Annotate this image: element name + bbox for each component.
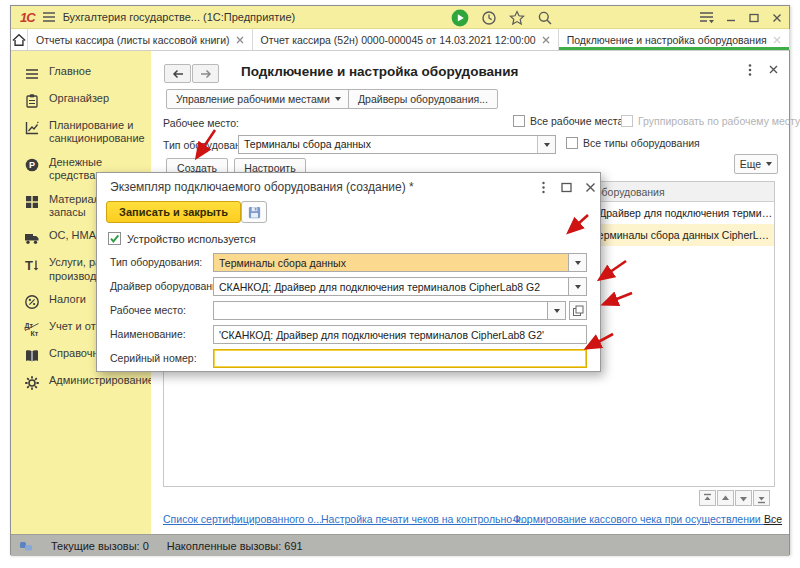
manage-workplaces-button[interactable]: Управление рабочими местами <box>166 89 351 109</box>
equipment-type-combobox[interactable]: Терминалы сбора данных <box>238 135 556 154</box>
checkbox-label: Группировать по рабочему месту <box>638 115 800 127</box>
move-bottom-button[interactable] <box>753 490 770 506</box>
tabs-bar: Отчеты кассира (листы кассовой книги) От… <box>11 29 789 51</box>
move-down-icon <box>738 493 749 504</box>
forward-button[interactable] <box>192 64 219 83</box>
button-label: Драйверы оборудования... <box>358 93 488 105</box>
dialog-close-button[interactable] <box>584 181 597 194</box>
chevron-down-icon[interactable] <box>548 301 566 320</box>
more-button[interactable]: Еще <box>734 154 778 174</box>
search-icon <box>537 10 553 26</box>
move-bottom-icon <box>756 493 767 504</box>
equipment-type-input[interactable] <box>213 253 569 272</box>
app-title: Бухгалтерия государстве... (1С:Предприят… <box>63 11 296 23</box>
all-link[interactable]: Все <box>764 513 782 525</box>
button-label: Еще <box>740 158 761 170</box>
move-top-button[interactable] <box>699 490 716 506</box>
kebab-icon <box>537 181 550 194</box>
search-button[interactable] <box>537 10 553 26</box>
device-used-checkbox[interactable]: Устройство используется <box>108 232 256 245</box>
equipment-drivers-button[interactable]: Драйверы оборудования... <box>348 89 498 109</box>
form-more-button[interactable] <box>743 63 757 77</box>
service-menu-icon <box>699 11 714 24</box>
1c-logo: 1С <box>20 10 35 25</box>
field-label: Рабочее место: <box>110 304 186 316</box>
tab-close-icon[interactable] <box>773 36 781 44</box>
check-icon <box>109 233 120 244</box>
svg-text:P: P <box>29 160 35 170</box>
field-row-type: Тип оборудования: <box>97 253 600 272</box>
star-icon <box>509 10 525 26</box>
main-menu-button[interactable] <box>42 11 56 23</box>
close-button[interactable] <box>771 12 783 24</box>
field-row-name: Наименование: <box>97 325 600 344</box>
receipt-print-setup-link[interactable]: Настройка печати чеков на контрольно-к..… <box>321 513 529 525</box>
all-equipment-types-checkbox[interactable]: Все типы оборудования <box>566 137 700 149</box>
sidebar-item-main[interactable]: Главное <box>11 61 151 86</box>
serial-number-input[interactable] <box>213 349 587 368</box>
checkbox-label: Все типы оборудования <box>583 137 700 149</box>
tab-close-icon[interactable] <box>236 36 244 44</box>
chevron-down-icon[interactable] <box>569 253 587 272</box>
book-icon <box>24 348 40 364</box>
sidebar-item-planning[interactable]: Планирование и санкционирование <box>11 115 151 150</box>
move-up-button[interactable] <box>717 490 734 506</box>
tab-close-icon[interactable] <box>542 36 550 44</box>
workplace-input[interactable] <box>213 301 548 320</box>
group-by-workplace-checkbox: Группировать по рабочему месту <box>621 115 800 127</box>
chevron-down-icon[interactable] <box>537 136 555 153</box>
all-workplaces-checkbox[interactable]: Все рабочие места <box>513 115 623 127</box>
dialog-title: Экземпляр подключаемого оборудования (со… <box>110 180 414 194</box>
field-row-serial: Серийный номер: <box>97 349 600 368</box>
discussions-button[interactable] <box>451 9 469 27</box>
home-icon <box>11 33 27 47</box>
checkbox-box[interactable] <box>513 115 525 127</box>
field-label: Серийный номер: <box>110 352 197 364</box>
field-row-workplace: Рабочее место: <box>97 301 600 320</box>
maximize-button[interactable] <box>748 12 760 24</box>
checkbox-box[interactable] <box>108 232 121 245</box>
name-input[interactable] <box>213 325 587 344</box>
sidebar-item-label: Главное <box>49 65 146 78</box>
discussions-icon <box>451 9 469 27</box>
checkbox-box[interactable] <box>566 137 578 149</box>
close-icon <box>584 181 597 194</box>
dialog-maximize-button[interactable] <box>560 181 573 194</box>
checkbox-label: Все рабочие места <box>530 115 623 127</box>
driver-input[interactable] <box>213 277 569 296</box>
back-button[interactable] <box>164 64 191 83</box>
cash-receipt-link[interactable]: Формирование кассового чека при осуществ… <box>513 513 772 525</box>
cell-text: Терминалы сбора данных CipherLab8 G2 <box>592 229 774 241</box>
move-down-button[interactable] <box>735 490 752 506</box>
tab-cashier-report-52n[interactable]: Отчет кассира (52н) 0000-000045 от 14.03… <box>253 29 559 50</box>
window-controls <box>699 6 783 29</box>
tab-cashier-reports[interactable]: Отчеты кассира (листы кассовой книги) <box>28 29 253 50</box>
service-menu-button[interactable] <box>699 11 714 24</box>
sidebar-item-administration[interactable]: Администрирование <box>11 370 151 395</box>
sidebar-item-label: Планирование и санкционирование <box>49 119 146 146</box>
save-button[interactable] <box>241 201 267 223</box>
current-calls: Текущие вызовы: 0 <box>51 540 149 552</box>
taxes-icon <box>24 294 40 310</box>
checkbox-label: Устройство используется <box>127 233 256 245</box>
form-close-button[interactable] <box>767 63 780 76</box>
svg-text:Кт: Кт <box>31 330 39 337</box>
save-and-close-button[interactable]: Записать и закрыть <box>106 201 241 223</box>
sidebar-item-label: Администрирование <box>49 374 146 387</box>
tab-equipment-setup[interactable]: Подключение и настройка оборудования <box>559 29 790 50</box>
row-move-buttons <box>699 490 770 506</box>
open-list-icon[interactable] <box>569 301 587 320</box>
history-button[interactable] <box>481 10 497 26</box>
inventory-icon <box>24 194 40 210</box>
chevron-down-icon[interactable] <box>569 277 587 296</box>
organizer-icon <box>24 93 40 109</box>
certified-equipment-link[interactable]: Список сертифицированного о... <box>163 513 322 525</box>
sidebar-item-organizer[interactable]: Органайзер <box>11 88 151 113</box>
field-label: Драйвер оборудования: <box>110 280 227 292</box>
home-tab[interactable] <box>11 29 28 50</box>
titlebar-center-icons <box>451 6 553 29</box>
tab-label: Подключение и настройка оборудования <box>567 34 767 46</box>
minimize-button[interactable] <box>725 12 737 24</box>
favorites-button[interactable] <box>509 10 525 26</box>
dialog-more-button[interactable] <box>537 181 550 194</box>
